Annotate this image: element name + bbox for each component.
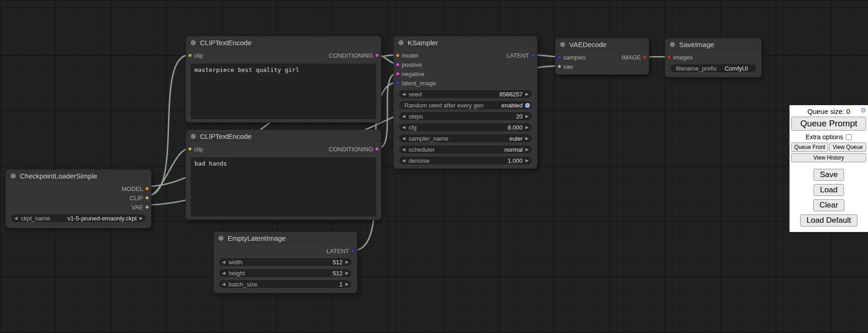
collapse-dot-icon[interactable] [11,173,16,178]
increment-arrow-icon[interactable]: ▶ [343,279,352,289]
extra-options-row: Extra options [791,132,866,143]
decrement-arrow-icon[interactable]: ◀ [399,112,409,121]
positive-input-port[interactable] [396,63,400,67]
queue-front-button[interactable]: Queue Front [791,143,828,152]
samples-input-port[interactable] [557,55,561,59]
widget-value: 1.000 [508,157,523,164]
widget-value: 8.000 [508,124,523,131]
node-vae-decode[interactable]: VAEDecode samples IMAGE vae [555,38,649,75]
clip-output-port[interactable] [145,196,149,200]
widget-value: 512 [332,259,343,266]
increment-arrow-icon[interactable]: ▶ [523,156,532,165]
node-title: CLIPTextEncode [200,39,252,47]
queue-menu-panel: Queue size: 0 ⚙ Queue Prompt Extra optio… [790,105,868,232]
decrement-arrow-icon[interactable]: ◀ [399,134,409,143]
node-checkpoint-loader-simple[interactable]: CheckpointLoaderSimple MODEL CLIP VAE ◀ … [6,169,151,228]
clear-button[interactable]: Clear [813,199,845,211]
decrement-arrow-icon[interactable]: ◀ [399,123,409,132]
increment-arrow-icon[interactable]: ▶ [523,134,532,143]
queue-prompt-button[interactable]: Queue Prompt [791,117,866,131]
node-empty-latent-image[interactable]: EmptyLatentImage LATENT ◀ width 512 ▶ ◀ … [213,232,357,293]
node-title-bar[interactable]: VAEDecode [555,38,649,51]
prompt-text-input[interactable]: bad hands [191,157,376,216]
vae-input-port[interactable] [557,65,561,69]
widget-label: Random seed after every gen [399,102,483,109]
widget-label: seed [409,91,422,98]
save-button[interactable]: Save [814,169,844,181]
node-title-bar[interactable]: CheckpointLoaderSimple [6,170,151,182]
sampler-name-combo-widget[interactable]: ◀ sampler_name euler ▶ [398,134,532,143]
clip-input-port[interactable] [188,147,192,151]
toggle-on-dot-icon[interactable] [525,103,530,108]
image-output-port[interactable] [643,55,647,59]
increment-arrow-icon[interactable]: ▶ [523,112,532,121]
vae-output-port[interactable] [145,205,149,209]
node-clip-text-encode-negative[interactable]: CLIPTextEncode clip CONDITIONING bad han… [186,130,381,220]
filename-prefix-text-widget[interactable]: filename_prefix ComfyUI [670,64,757,73]
settings-gear-icon[interactable]: ⚙ [860,107,866,114]
prompt-text-input[interactable]: masterpiece best quality girl [191,64,376,119]
latent-output-port[interactable] [531,54,535,58]
collapse-dot-icon[interactable] [191,40,196,45]
width-number-widget[interactable]: ◀ width 512 ▶ [218,257,352,267]
collapse-dot-icon[interactable] [218,236,223,241]
view-history-button[interactable]: View History [791,153,866,162]
view-queue-button[interactable]: View Queue [829,143,866,152]
queue-size-label: Queue size: 0 [808,107,850,115]
decrement-arrow-icon[interactable]: ◀ [399,145,409,154]
clip-input-port[interactable] [188,54,192,58]
random-seed-toggle-widget[interactable]: Random seed after every gen enabled [398,101,532,110]
increment-arrow-icon[interactable]: ▶ [343,268,352,278]
model-output-port[interactable] [145,187,149,191]
extra-options-checkbox[interactable] [846,134,852,140]
collapse-dot-icon[interactable] [670,42,675,47]
node-ksampler[interactable]: KSampler model LATENT positive negative … [393,36,537,169]
collapse-dot-icon[interactable] [398,40,404,45]
height-number-widget[interactable]: ◀ height 512 ▶ [218,268,352,278]
increment-arrow-icon[interactable]: ▶ [137,214,146,223]
model-input-port[interactable] [396,54,400,58]
collapse-dot-icon[interactable] [560,42,565,47]
node-title-bar[interactable]: CLIPTextEncode [186,130,381,143]
node-title-bar[interactable]: CLIPTextEncode [186,36,381,49]
widget-value: euler [509,135,523,142]
output-slot-row: MODEL [6,184,151,193]
decrement-arrow-icon[interactable]: ◀ [11,214,21,223]
widget-label: batch_size [229,281,257,288]
conditioning-output-port[interactable] [375,147,379,151]
increment-arrow-icon[interactable]: ▶ [523,89,532,99]
slot-row: images [665,53,761,62]
ckpt-name-combo-widget[interactable]: ◀ ckpt_name v1-5-pruned-emaonly.ckpt ▶ [11,214,146,223]
denoise-number-widget[interactable]: ◀ denoise 1.000 ▶ [398,156,532,165]
latent-output-port[interactable] [351,249,355,253]
load-default-button[interactable]: Load Default [800,214,857,226]
increment-arrow-icon[interactable]: ▶ [343,257,352,267]
negative-input-port[interactable] [396,72,400,76]
slot-label-conditioning: CONDITIONING [329,146,381,153]
steps-number-widget[interactable]: ◀ steps 20 ▶ [398,112,532,121]
slot-row: vae [555,62,649,71]
decrement-arrow-icon[interactable]: ◀ [399,156,409,165]
decrement-arrow-icon[interactable]: ◀ [219,257,229,267]
increment-arrow-icon[interactable]: ▶ [523,145,532,154]
collapse-dot-icon[interactable] [191,134,196,139]
node-title-bar[interactable]: EmptyLatentImage [214,232,357,244]
decrement-arrow-icon[interactable]: ◀ [399,89,409,99]
images-input-port[interactable] [667,55,671,59]
increment-arrow-icon[interactable]: ▶ [523,123,532,132]
node-clip-text-encode-positive[interactable]: CLIPTextEncode clip CONDITIONING masterp… [186,36,381,123]
load-button[interactable]: Load [814,184,844,196]
decrement-arrow-icon[interactable]: ◀ [219,268,229,278]
latent-image-input-port[interactable] [396,81,400,85]
node-save-image[interactable]: SaveImage images filename_prefix ComfyUI [665,38,762,77]
node-title-bar[interactable]: SaveImage [665,38,761,51]
decrement-arrow-icon[interactable]: ◀ [219,279,229,289]
node-title-bar[interactable]: KSampler [394,36,537,49]
widget-value: 20 [516,113,523,120]
scheduler-combo-widget[interactable]: ◀ scheduler normal ▶ [398,145,532,154]
batch-size-number-widget[interactable]: ◀ batch_size 1 ▶ [218,279,352,289]
conditioning-output-port[interactable] [375,54,379,58]
seed-number-widget[interactable]: ◀ seed 8566257 ▶ [398,89,532,99]
cfg-number-widget[interactable]: ◀ cfg 8.000 ▶ [398,123,532,132]
queue-buttons-row: Queue Front View Queue [791,143,866,152]
